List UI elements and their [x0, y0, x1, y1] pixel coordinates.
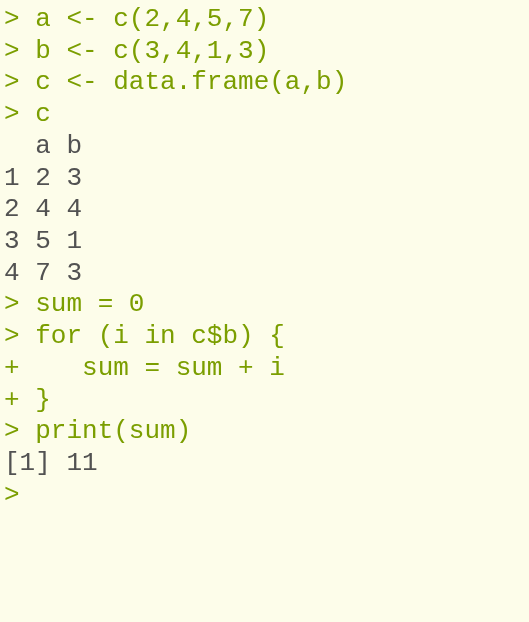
code-text: for (i in c$b) { [35, 321, 285, 351]
code-text: a <- c(2,4,5,7) [35, 4, 269, 34]
prompt: > [4, 289, 35, 319]
console-line: > b <- c(3,4,1,3) [4, 36, 529, 68]
console-line: > sum = 0 [4, 289, 529, 321]
code-text: print(sum) [35, 416, 191, 446]
prompt: > [4, 480, 35, 510]
console-line: > c [4, 99, 529, 131]
prompt: > [4, 99, 35, 129]
prompt: > [4, 36, 35, 66]
console-line: [1] 11 [4, 448, 529, 480]
prompt: > [4, 321, 35, 351]
code-text: sum = sum + i [35, 353, 285, 383]
output-text: a b [4, 131, 82, 161]
console-line: a b [4, 131, 529, 163]
console-line: 4 7 3 [4, 258, 529, 290]
output-text: 4 7 3 [4, 258, 82, 288]
console-line: > [4, 480, 529, 512]
console-line: 3 5 1 [4, 226, 529, 258]
output-text: 2 4 4 [4, 194, 82, 224]
code-text: c [35, 99, 51, 129]
output-text: [1] 11 [4, 448, 98, 478]
console-line: 2 4 4 [4, 194, 529, 226]
prompt: > [4, 67, 35, 97]
code-text: b <- c(3,4,1,3) [35, 36, 269, 66]
code-text: sum = 0 [35, 289, 144, 319]
console-line: > c <- data.frame(a,b) [4, 67, 529, 99]
r-console: > a <- c(2,4,5,7)> b <- c(3,4,1,3)> c <-… [4, 4, 529, 512]
prompt: + [4, 353, 35, 383]
console-line: 1 2 3 [4, 163, 529, 195]
code-text: c <- data.frame(a,b) [35, 67, 347, 97]
prompt: + [4, 385, 35, 415]
console-line: + } [4, 385, 529, 417]
code-text: } [35, 385, 51, 415]
console-line: + sum = sum + i [4, 353, 529, 385]
prompt: > [4, 416, 35, 446]
console-line: > a <- c(2,4,5,7) [4, 4, 529, 36]
prompt: > [4, 4, 35, 34]
output-text: 1 2 3 [4, 163, 82, 193]
console-line: > for (i in c$b) { [4, 321, 529, 353]
output-text: 3 5 1 [4, 226, 82, 256]
console-line: > print(sum) [4, 416, 529, 448]
